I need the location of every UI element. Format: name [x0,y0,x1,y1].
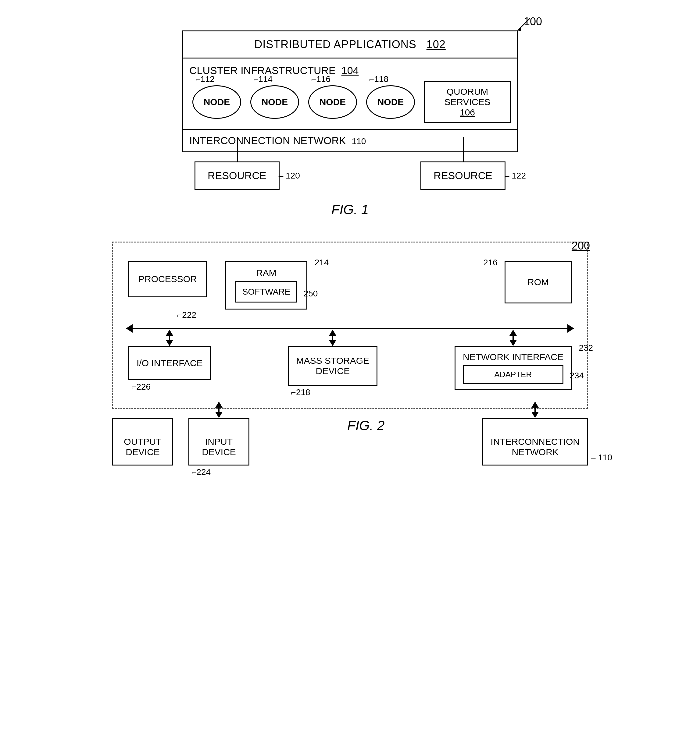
conn-line-left [237,137,238,162]
mass-storage-box: MASS STORAGE DEVICE [288,346,378,386]
net-up-arrow [509,330,517,336]
fig2-top-row: PROCESSOR 214 RAM SOFTWARE 250 [128,258,572,310]
network-interface-box: NETWORK INTERFACE ADAPTER 234 [455,346,572,390]
quorum-services: QUORUM SERVICES 106 [424,81,511,123]
resource2-ref: – 122 [505,171,526,181]
processor-box: PROCESSOR [128,261,207,297]
mass-down-arrow [329,340,336,346]
cluster-infra-section: CLUSTER INFRASTRUCTURE 104 ⌐112 NODE ⌐11… [183,59,517,130]
ref-214: 214 [315,258,329,268]
io-up-arrow [166,330,173,336]
fig2-ext-left: OUTPUT DEVICE INPUT DEVICE ⌐224 [112,418,249,466]
resources-row: RESOURCE – 120 RESOURCE – 122 [182,162,518,190]
fig2-outer-box: 200 PROCESSOR 214 RAM [112,242,588,409]
fig2-container: 200 PROCESSOR 214 RAM [112,242,588,466]
network-wrapper: 232 NETWORK INTERFACE ADAPTER 234 [455,346,572,390]
node-112-ref: ⌐112 [195,74,215,84]
io-bus-connector [166,330,173,346]
svg-marker-1 [518,27,521,31]
input-v-line [218,408,220,412]
node-118-wrapper: ⌐118 NODE [366,85,415,119]
node-114-wrapper: ⌐114 NODE [250,85,299,119]
ref-200: 200 [572,239,590,252]
mass-up-arrow [329,330,336,336]
mass-v-line1 [332,336,333,340]
fig1-label: FIG. 1 [182,202,518,217]
node-116-wrapper: ⌐116 NODE [308,85,357,119]
ref-218: ⌐218 [291,387,311,397]
ref-110: – 110 [591,453,612,463]
ref-234: 234 [570,371,584,381]
system-bus: ⌐222 [128,319,572,337]
nodes-row: ⌐112 NODE ⌐114 NODE ⌐116 [192,81,511,123]
io-down-arrow [166,340,173,346]
net-down-arrow [509,340,517,346]
processor-wrapper: PROCESSOR [128,261,207,297]
input-device-wrapper: INPUT DEVICE ⌐224 [188,418,249,466]
io-box: I/O INTERFACE [128,346,211,380]
io-wrapper: I/O INTERFACE ⌐226 [128,346,211,380]
interconnect-row: INTERCONNECTION NETWORK 110 [183,130,517,151]
resource1-box: RESOURCE – 120 [194,162,280,190]
cluster-infra-title: CLUSTER INFRASTRUCTURE 104 [189,65,511,77]
input-device-box: INPUT DEVICE [188,418,249,466]
ref-216: 216 [483,258,498,268]
fig1-outer-box: DISTRIBUTED APPLICATIONS 102 CLUSTER INF… [182,30,518,152]
node-116-ref: ⌐116 [311,74,330,84]
dist-apps-ref: 102 [427,38,446,51]
interconnect-down-arrow [532,412,539,418]
mass-storage-wrapper: MASS STORAGE DEVICE ⌐218 [288,346,378,386]
bus-ref-222: ⌐222 [177,310,196,320]
distributed-apps-row: DISTRIBUTED APPLICATIONS 102 [183,32,517,59]
output-device-box: OUTPUT DEVICE [112,418,173,466]
fig2-label: FIG. 2 [347,418,385,433]
fig2-external-row: OUTPUT DEVICE INPUT DEVICE ⌐224 [112,418,588,466]
ref-226: ⌐226 [132,382,151,392]
bus-line [128,328,572,329]
input-connector [215,402,223,418]
fig2-bottom-row: I/O INTERFACE ⌐226 MASS STORAG [128,346,572,390]
ram-wrapper: 214 RAM SOFTWARE 250 [225,261,308,310]
node-114-ref: ⌐114 [253,74,273,84]
node-112: NODE [192,85,241,119]
node-116: NODE [308,85,357,119]
ref-232: 232 [579,343,593,353]
interconnect-connector [532,402,539,418]
interconnect-wrapper: INTERCONNECTION NETWORK – 110 [482,418,588,466]
page: 100 DISTRIBUTED APPLICATIONS 102 CLUSTER… [0,0,700,747]
net-bus-connector [509,330,517,346]
ram-box: RAM SOFTWARE 250 [225,261,308,310]
mass-bus-connector [329,330,336,346]
interconnect-up-arrow [532,402,539,408]
input-down-arrow [215,412,223,418]
resource1-ref: – 120 [279,171,300,181]
node-112-wrapper: ⌐112 NODE [192,85,241,119]
fig2-label-wrapper: FIG. 2 [347,418,385,439]
interconnect-v-line [535,408,536,412]
conn-line-right [463,137,464,162]
resource2-wrapper: RESOURCE – 122 [420,162,506,190]
input-up-arrow [215,402,223,408]
input-ref: ⌐224 [191,467,211,477]
resource1-wrapper: RESOURCE – 120 [194,162,280,190]
io-v-line1 [169,336,170,340]
interconnect-network-box: INTERCONNECTION NETWORK [482,418,588,466]
node-114: NODE [250,85,299,119]
rom-wrapper: 216 ROM [505,261,572,304]
fig2-outer-wrapper: 200 PROCESSOR 214 RAM [112,242,588,409]
node-118: NODE [366,85,415,119]
ref-250: 250 [304,289,318,299]
node-118-ref: ⌐118 [369,74,388,84]
software-box: SOFTWARE 250 [235,281,298,302]
fig1-container: 100 DISTRIBUTED APPLICATIONS 102 CLUSTER… [182,30,518,217]
resource2-box: RESOURCE – 122 [420,162,506,190]
net-v-line1 [512,336,514,340]
dist-apps-label: DISTRIBUTED APPLICATIONS [254,38,416,51]
bus-arrow-right [567,324,574,333]
adapter-box: ADAPTER 234 [463,365,564,384]
rom-box: ROM [505,261,572,304]
output-device-wrapper: OUTPUT DEVICE [112,418,173,466]
